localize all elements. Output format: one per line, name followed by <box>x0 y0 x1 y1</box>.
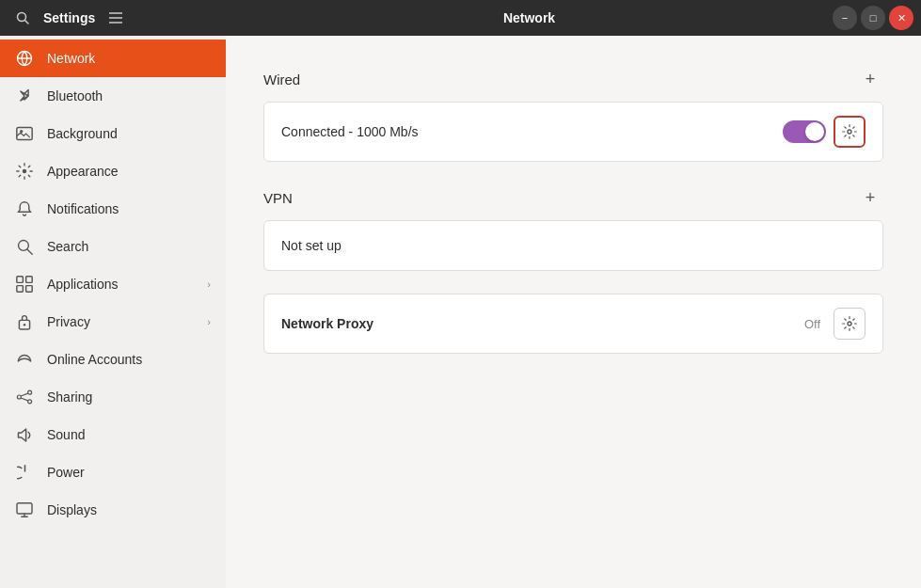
proxy-title: Network Proxy <box>281 316 804 331</box>
sidebar-item-notifications[interactable]: Notifications <box>0 190 226 228</box>
sidebar-item-displays[interactable]: Displays <box>0 491 226 529</box>
minimize-button[interactable]: − <box>833 6 857 30</box>
wired-section-header: Wired + <box>263 66 883 92</box>
svg-point-19 <box>28 400 32 404</box>
sharing-icon <box>15 388 34 406</box>
displays-icon <box>15 501 34 519</box>
sidebar-label-search: Search <box>47 239 211 254</box>
page-title: Network <box>503 10 555 25</box>
sidebar-item-applications[interactable]: Applications › <box>0 265 226 303</box>
proxy-actions: Off <box>804 308 865 340</box>
power-icon <box>15 463 34 482</box>
titlebar: Settings Network − □ ✕ <box>0 0 921 36</box>
svg-line-20 <box>21 393 28 396</box>
sidebar-label-sharing: Sharing <box>47 389 211 405</box>
wired-settings-button[interactable] <box>834 116 865 148</box>
sidebar-item-network[interactable]: Network <box>0 40 226 77</box>
svg-rect-12 <box>26 277 33 283</box>
privacy-icon <box>15 312 34 331</box>
sidebar-item-background[interactable]: Background <box>0 115 226 152</box>
svg-point-17 <box>17 395 21 399</box>
menu-button[interactable] <box>103 5 129 31</box>
sidebar-item-power[interactable]: Power <box>0 453 226 491</box>
svg-point-8 <box>23 169 27 174</box>
applications-chevron: › <box>207 278 211 290</box>
close-button[interactable]: ✕ <box>889 6 913 30</box>
sidebar-label-sound: Sound <box>47 427 211 442</box>
svg-point-16 <box>24 324 25 326</box>
vpn-card: Not set up <box>263 220 883 271</box>
vpn-empty-row: Not set up <box>264 221 882 270</box>
sidebar: Network Bluetooth Background <box>0 36 226 588</box>
vpn-empty-message: Not set up <box>281 238 865 253</box>
wired-actions <box>783 116 865 148</box>
vpn-title: VPN <box>263 190 293 206</box>
main-layout: Network Bluetooth Background <box>0 36 921 588</box>
sidebar-label-online-accounts: Online Accounts <box>47 352 211 367</box>
wired-connection-row: Connected - 1000 Mb/s <box>264 103 882 161</box>
sidebar-item-bluetooth[interactable]: Bluetooth <box>0 77 226 115</box>
app-title: Settings <box>43 10 95 25</box>
network-icon <box>15 49 34 68</box>
sidebar-label-privacy: Privacy <box>47 314 194 329</box>
svg-point-7 <box>20 130 23 133</box>
wired-toggle[interactable] <box>783 120 826 143</box>
wired-card: Connected - 1000 Mb/s <box>263 102 883 162</box>
search-button[interactable] <box>9 5 36 31</box>
wired-connection-status: Connected - 1000 Mb/s <box>281 124 783 139</box>
titlebar-controls: − □ ✕ <box>833 6 921 30</box>
online-accounts-icon <box>15 350 34 369</box>
svg-line-10 <box>27 249 32 254</box>
sidebar-item-online-accounts[interactable]: Online Accounts <box>0 341 226 378</box>
proxy-card: Network Proxy Off <box>263 294 883 354</box>
vpn-add-button[interactable]: + <box>857 184 883 211</box>
svg-rect-13 <box>17 286 24 293</box>
sidebar-label-background: Background <box>47 126 211 141</box>
proxy-settings-button[interactable] <box>834 308 865 340</box>
titlebar-left: Settings <box>0 5 226 31</box>
maximize-button[interactable]: □ <box>861 6 885 30</box>
sidebar-label-appearance: Appearance <box>47 164 211 179</box>
svg-point-18 <box>28 390 32 394</box>
svg-rect-22 <box>17 503 32 514</box>
bluetooth-icon <box>15 87 34 105</box>
background-icon <box>15 124 34 143</box>
applications-icon <box>15 275 34 294</box>
sidebar-item-sharing[interactable]: Sharing <box>0 378 226 416</box>
wired-add-button[interactable]: + <box>857 66 883 92</box>
content-area: Wired + Connected - 1000 Mb/s <box>226 36 921 588</box>
svg-line-1 <box>25 21 29 24</box>
sidebar-label-power: Power <box>47 465 211 480</box>
proxy-status: Off <box>804 317 820 331</box>
sidebar-label-displays: Displays <box>47 502 211 517</box>
svg-point-23 <box>848 130 851 134</box>
notifications-icon <box>15 199 34 218</box>
appearance-icon <box>15 162 34 181</box>
wired-title: Wired <box>263 72 300 87</box>
sidebar-label-applications: Applications <box>47 277 194 292</box>
wired-toggle-knob <box>805 122 824 141</box>
svg-line-21 <box>21 398 28 401</box>
sound-icon <box>15 425 34 444</box>
search-icon <box>15 237 34 256</box>
sidebar-label-bluetooth: Bluetooth <box>47 88 211 103</box>
sidebar-item-search[interactable]: Search <box>0 228 226 265</box>
sidebar-label-notifications: Notifications <box>47 201 211 216</box>
vpn-section-header: VPN + <box>263 184 883 211</box>
titlebar-center: Network <box>226 10 833 25</box>
sidebar-label-network: Network <box>47 51 211 66</box>
svg-rect-14 <box>26 286 33 293</box>
svg-rect-11 <box>17 277 24 283</box>
sidebar-item-sound[interactable]: Sound <box>0 416 226 453</box>
sidebar-item-privacy[interactable]: Privacy › <box>0 303 226 341</box>
sidebar-item-appearance[interactable]: Appearance <box>0 152 226 190</box>
svg-point-24 <box>848 322 851 326</box>
proxy-row: Network Proxy Off <box>264 294 882 353</box>
privacy-chevron: › <box>207 316 211 327</box>
